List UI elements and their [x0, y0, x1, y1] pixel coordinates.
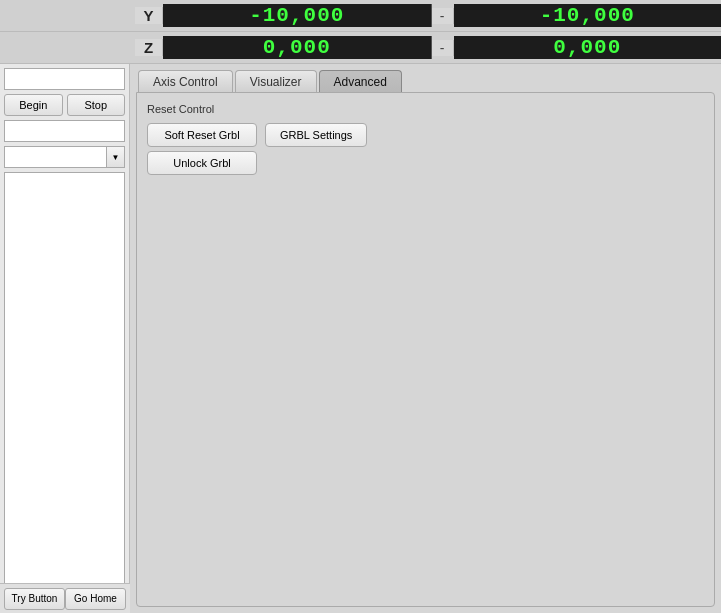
- sidebar-list[interactable]: [4, 172, 125, 609]
- z-coord-row: Z 0,000 - 0,000: [0, 32, 721, 64]
- progress-bar: [4, 120, 125, 142]
- unlock-grbl-button[interactable]: Unlock Grbl: [147, 151, 257, 175]
- dropdown-container: ▼: [4, 146, 125, 168]
- main-area: Axis Control Visualizer Advanced Reset C…: [130, 64, 721, 613]
- tab-axis-control[interactable]: Axis Control: [138, 70, 233, 92]
- sidebar-input[interactable]: [4, 68, 125, 90]
- try-button[interactable]: Try Button: [4, 588, 65, 610]
- z-dash: -: [432, 40, 454, 56]
- go-home-button[interactable]: Go Home: [65, 588, 126, 610]
- y-coord-row: Y -10,000 - -10,000: [0, 0, 721, 32]
- coord-grid: Y -10,000 - -10,000 Z 0,000 - 0,000: [0, 0, 721, 64]
- begin-button[interactable]: Begin: [4, 94, 63, 116]
- dropdown-arrow-icon[interactable]: ▼: [107, 146, 125, 168]
- tab-visualizer[interactable]: Visualizer: [235, 70, 317, 92]
- y-value1: -10,000: [163, 4, 432, 27]
- soft-reset-grbl-button[interactable]: Soft Reset Grbl: [147, 123, 257, 147]
- reset-control-label: Reset Control: [147, 103, 704, 115]
- y-value2: -10,000: [454, 4, 722, 27]
- z-axis-label: Z: [135, 39, 163, 56]
- bottom-sidebar-buttons: Try Button Go Home: [0, 583, 130, 613]
- grbl-settings-button[interactable]: GRBL Settings: [265, 123, 367, 147]
- left-sidebar: Begin Stop ▼: [0, 64, 130, 613]
- advanced-panel: Reset Control Soft Reset Grbl Unlock Grb…: [136, 92, 715, 607]
- tab-advanced[interactable]: Advanced: [319, 70, 402, 92]
- controls-row: Soft Reset Grbl Unlock Grbl GRBL Setting…: [147, 123, 704, 175]
- sidebar-control-buttons: Begin Stop: [4, 94, 125, 116]
- z-value1: 0,000: [163, 36, 432, 59]
- y-coord-section: Y -10,000 - -10,000: [135, 4, 721, 27]
- z-value2: 0,000: [454, 36, 722, 59]
- y-dash: -: [432, 8, 454, 24]
- tab-bar: Axis Control Visualizer Advanced: [130, 64, 721, 92]
- sidebar-dropdown[interactable]: [4, 146, 107, 168]
- y-axis-label: Y: [135, 7, 163, 24]
- stop-button[interactable]: Stop: [67, 94, 126, 116]
- z-coord-section: Z 0,000 - 0,000: [135, 36, 721, 59]
- reset-buttons-group: Soft Reset Grbl Unlock Grbl: [147, 123, 257, 175]
